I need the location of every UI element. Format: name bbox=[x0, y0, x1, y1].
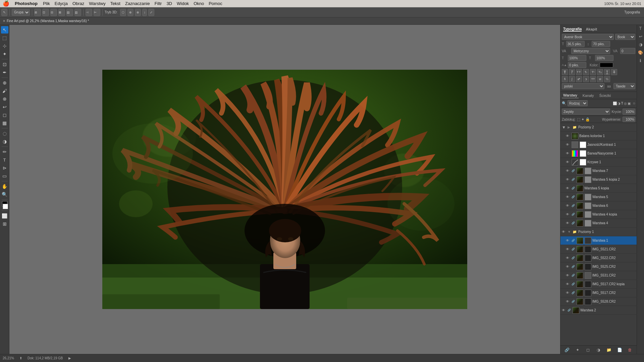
dodge-tool[interactable]: ◑ bbox=[1, 138, 8, 145]
leading-input[interactable] bbox=[592, 41, 610, 47]
hand-tool[interactable]: ✋ bbox=[1, 183, 8, 190]
new-group-btn[interactable]: 📁 bbox=[606, 348, 612, 352]
bold-faux-btn[interactable]: T bbox=[562, 69, 568, 75]
canvas-area[interactable] bbox=[9, 25, 560, 354]
apple-menu[interactable]: 🍎 bbox=[3, 0, 9, 7]
vis-warstwa6[interactable]: 👁 bbox=[566, 204, 571, 207]
layer-warstwa5[interactable]: 👁 🔗 Warstwa 5 bbox=[560, 193, 637, 201]
filter-pixel-icon[interactable]: ⬜ bbox=[613, 102, 617, 105]
menu-obraz[interactable]: Obraz bbox=[72, 1, 84, 6]
layer-warstwa2[interactable]: 👁 🔗 Warstwa 2 bbox=[560, 306, 637, 315]
titling-btn[interactable]: TT bbox=[590, 76, 596, 82]
vis-poziomy1[interactable]: 👁 bbox=[562, 230, 567, 234]
layer-img5521[interactable]: 👁 🔗 IMG_5521.CR2 bbox=[560, 245, 637, 254]
background-color[interactable] bbox=[3, 204, 8, 209]
panel-icon-typo[interactable]: T bbox=[638, 26, 644, 32]
align-right-btn[interactable]: ⊟ bbox=[50, 9, 57, 16]
layer-jasnosc[interactable]: 👁 Jasność/Kontrast 1 bbox=[560, 140, 637, 149]
vis-barwa[interactable]: 👁 bbox=[566, 152, 571, 155]
align-top-btn[interactable]: ⊠ bbox=[58, 9, 65, 16]
panel-icon-adj[interactable]: ◑ bbox=[638, 42, 644, 48]
layer-barwa[interactable]: 👁 Barwa/Nasycenie 1 bbox=[560, 149, 637, 158]
menu-filtr[interactable]: Filtr bbox=[155, 1, 162, 6]
new-adj-btn[interactable]: ◑ bbox=[595, 348, 602, 352]
zoom-icon[interactable]: ⬆ bbox=[19, 356, 22, 360]
filter-shape-icon[interactable]: ◎ bbox=[624, 102, 627, 105]
vis-img5522[interactable]: 👁 bbox=[566, 256, 571, 260]
menu-pomoc[interactable]: Pomoc bbox=[209, 1, 222, 6]
add-style-btn[interactable]: ✦ bbox=[574, 348, 581, 352]
link-layers-btn[interactable]: 🔗 bbox=[564, 348, 571, 352]
font-family-select[interactable]: Avenir Book bbox=[562, 34, 614, 40]
opacity-input[interactable] bbox=[623, 109, 635, 115]
group-select[interactable]: Grupa bbox=[12, 9, 30, 16]
kerning-select[interactable]: Metryczny bbox=[571, 48, 610, 54]
expand-poziomy2[interactable]: ▶ bbox=[568, 125, 572, 129]
shape-tool[interactable]: ▭ bbox=[1, 172, 8, 180]
dist-v-btn[interactable]: ⊢ bbox=[94, 9, 100, 16]
layer-krzywe[interactable]: 👁 Krzywe 1 bbox=[560, 158, 637, 167]
menu-3d[interactable]: 3D bbox=[166, 1, 172, 6]
close-tab-icon[interactable]: ✕ bbox=[3, 19, 5, 23]
align-left-btn[interactable]: ⊞ bbox=[34, 9, 41, 16]
lock-all-icon[interactable]: 🔒 bbox=[585, 117, 590, 122]
layer-warstwa4[interactable]: 👁 🔗 Warstwa 4 bbox=[560, 219, 637, 228]
vis-krzywe[interactable]: 👁 bbox=[566, 160, 571, 164]
ordinals-btn[interactable]: aᵒ bbox=[576, 76, 582, 82]
fill-input[interactable] bbox=[623, 117, 635, 122]
dist-h-btn[interactable]: ⊣ bbox=[86, 9, 92, 16]
layer-poziomy2[interactable]: ▼ ▶ 📁 Poziomy 2 bbox=[560, 123, 637, 132]
layer-poziomy1[interactable]: 👁 ▼ 📁 Poziomy 1 bbox=[560, 228, 637, 236]
blend-mode-select[interactable]: Zwykły bbox=[562, 109, 610, 115]
lasso-tool[interactable]: ⊹ bbox=[1, 42, 8, 50]
screen-mode-btn[interactable]: ⊞ bbox=[1, 220, 8, 228]
filter-text-icon[interactable]: T bbox=[621, 102, 623, 105]
blur-tool[interactable]: ◌ bbox=[1, 130, 8, 137]
3d-btn-4[interactable]: ↕ bbox=[142, 9, 147, 16]
vis-warstwa4k[interactable]: 👁 bbox=[566, 213, 571, 216]
move-tool[interactable]: ↖ bbox=[1, 26, 8, 34]
layer-warstwa5k[interactable]: 👁 🔗 Warstwa 5 kopia bbox=[560, 184, 637, 193]
tab-warstwy[interactable]: Warstwy bbox=[562, 93, 579, 98]
scale-h-input[interactable] bbox=[568, 55, 586, 61]
menu-edycja[interactable]: Edycja bbox=[55, 1, 68, 6]
menu-warstwy[interactable]: Warstwy bbox=[89, 1, 105, 6]
layer-img5528[interactable]: 👁 🔗 IMG_5528.CR2 bbox=[560, 297, 637, 306]
eyedropper-tool[interactable]: ✒ bbox=[1, 69, 8, 76]
vis-warstwa4[interactable]: 👁 bbox=[566, 221, 571, 225]
vis-img5517k[interactable]: 👁 bbox=[566, 282, 571, 286]
filter-smart-icon[interactable]: ▣ bbox=[628, 102, 631, 105]
lock-pixels-icon[interactable]: ⬚ bbox=[577, 117, 580, 122]
smallcaps-btn[interactable]: Tₜ bbox=[583, 69, 589, 75]
baseline-input[interactable] bbox=[568, 62, 586, 68]
quick-mask-btn[interactable]: ⬜ bbox=[1, 212, 8, 220]
new-layer-btn[interactable]: 📄 bbox=[616, 348, 623, 352]
menu-okno[interactable]: Okno bbox=[194, 1, 204, 6]
strikethrough-btn[interactable]: T bbox=[611, 69, 617, 75]
tab-typografia[interactable]: Typografia bbox=[563, 27, 582, 32]
layer-filter-select[interactable]: Rodzaj bbox=[568, 100, 588, 106]
layer-balans[interactable]: 👁 Balans kolorów 1 bbox=[560, 132, 637, 140]
superscript-btn[interactable]: T¹ bbox=[590, 69, 596, 75]
gradient-tool[interactable]: ▦ bbox=[1, 119, 8, 127]
vis-jasnosc[interactable]: 👁 bbox=[566, 143, 571, 146]
text-tool[interactable]: T bbox=[1, 156, 8, 164]
tracking-input[interactable] bbox=[620, 48, 635, 54]
font-size-input[interactable] bbox=[566, 41, 585, 47]
pen-tool[interactable]: ✏ bbox=[1, 148, 8, 156]
allcaps-btn[interactable]: TT bbox=[576, 69, 582, 75]
tab-kanaly[interactable]: Kanały bbox=[581, 93, 595, 98]
fraction-btn[interactable]: ½ bbox=[604, 76, 610, 82]
lock-pos-icon[interactable]: ✦ bbox=[581, 117, 584, 122]
align-bottom-btn[interactable]: ▥ bbox=[74, 9, 81, 16]
select-tool[interactable]: ⬚ bbox=[1, 34, 8, 42]
tab-akapit[interactable]: Akapit bbox=[586, 27, 597, 31]
tab-filename[interactable]: Fine Art.psd @ 26,2% (Warstwa 1,Maska wa… bbox=[7, 19, 89, 23]
language-select[interactable]: polski bbox=[562, 83, 604, 89]
brush-tool[interactable]: 🖌 bbox=[1, 87, 8, 95]
layer-warstwa7[interactable]: 👁 🔗 Warstwa 7 bbox=[560, 167, 637, 175]
clone-tool[interactable]: ⊗ bbox=[1, 95, 8, 103]
layer-img5525[interactable]: 👁 🔗 IMG_5525.CR2 bbox=[560, 262, 637, 271]
vis-img5521[interactable]: 👁 bbox=[566, 247, 571, 251]
vis-warstwa5k2[interactable]: 👁 bbox=[566, 178, 571, 181]
